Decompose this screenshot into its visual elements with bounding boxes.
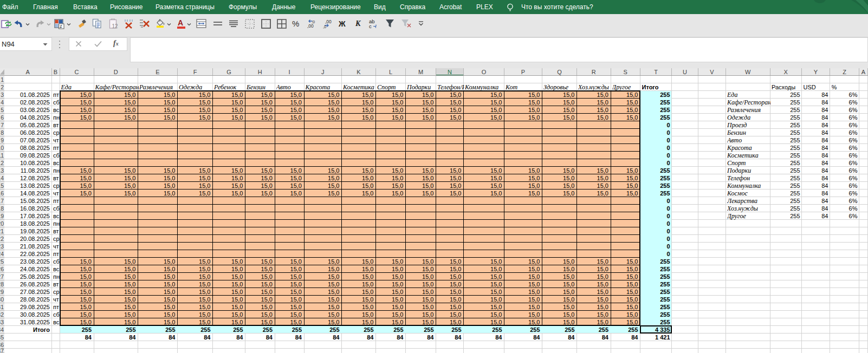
svg-text:12: 12 (112, 23, 119, 29)
svg-text:,0: ,0 (323, 24, 326, 29)
svg-text:,00: ,00 (325, 19, 332, 24)
svg-text:≠: ≠ (60, 24, 62, 29)
svg-text:c: c (369, 23, 372, 29)
svg-text:,00: ,00 (307, 23, 314, 29)
